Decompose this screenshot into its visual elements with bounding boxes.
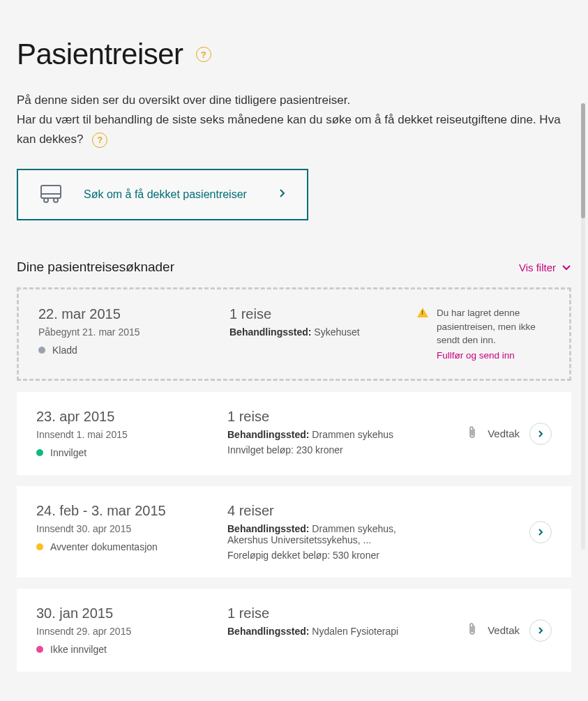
status-text: Avventer dokumentasjon <box>50 541 158 552</box>
apply-label: Søk om å få dekket pasientreiser <box>84 188 247 201</box>
expand-button[interactable] <box>529 521 552 543</box>
scrollbar-thumb[interactable] <box>581 103 585 218</box>
draft-message-text: Du har lagret denne pasientreisen, men i… <box>437 308 536 345</box>
svg-rect-0 <box>41 186 61 198</box>
filter-toggle[interactable]: Vis filter <box>519 262 571 273</box>
section-title: Dine pasientreisesøknader <box>17 259 174 275</box>
status-text: Ikke innvilget <box>50 644 107 655</box>
status-text: Innvilget <box>50 447 86 458</box>
card-location: Behandlingssted: Sykehuset <box>229 326 400 338</box>
expand-button[interactable] <box>529 619 552 642</box>
cards-list: 22. mar 2015 Påbegynt 21. mar 2015 Kladd… <box>17 287 571 672</box>
chevron-right-icon <box>279 188 286 201</box>
draft-message: Du har lagret denne pasientreisen, men i… <box>437 306 550 362</box>
location-value: Nydalen Fysioterapi <box>312 626 398 637</box>
card-status: Innvilget <box>36 447 211 458</box>
paperclip-icon <box>467 622 478 639</box>
card-location: Behandlingssted: Drammen sykehus, Akersh… <box>227 523 413 545</box>
card-date: 22. mar 2015 <box>38 306 213 322</box>
card-location: Behandlingssted: Drammen sykehus <box>227 429 413 440</box>
card-subdate: Påbegynt 21. mar 2015 <box>38 326 213 338</box>
location-value: Drammen sykehus <box>312 429 393 440</box>
scrollbar[interactable] <box>581 103 585 550</box>
card-subdate: Innsendt 30. apr 2015 <box>36 523 211 534</box>
card-amount: Innvilget beløp: 230 kroner <box>227 444 413 455</box>
status-text: Kladd <box>52 345 77 356</box>
complete-link[interactable]: Fullfør og send inn <box>437 349 550 363</box>
card-date: 23. apr 2015 <box>36 409 211 425</box>
location-label: Behandlingssted: <box>229 326 311 338</box>
page-title: Pasientreiser <box>17 38 183 71</box>
location-label: Behandlingssted: <box>227 429 309 440</box>
location-label: Behandlingssted: <box>227 523 309 534</box>
card-subdate: Innsendt 29. apr 2015 <box>36 626 211 637</box>
expand-button[interactable] <box>529 423 552 445</box>
card-date: 30. jan 2015 <box>36 605 211 621</box>
status-dot-icon <box>38 347 45 354</box>
status-dot-icon <box>36 646 43 653</box>
location-value: Sykehuset <box>314 326 359 338</box>
apply-button[interactable]: Søk om å få dekket pasientreiser <box>17 169 308 220</box>
card-trips: 1 reise <box>227 605 413 621</box>
attachment-label: Vedtak <box>488 624 520 636</box>
application-card[interactable]: 24. feb - 3. mar 2015 Innsendt 30. apr 2… <box>17 486 571 578</box>
card-trips: 4 reiser <box>227 503 413 519</box>
location-label: Behandlingssted: <box>227 626 309 637</box>
filter-label: Vis filter <box>519 262 556 273</box>
card-trips: 1 reise <box>227 409 413 425</box>
status-dot-icon <box>36 449 43 456</box>
intro-text: På denne siden ser du oversikt over dine… <box>17 91 571 149</box>
chevron-down-icon <box>561 262 571 273</box>
card-status: Kladd <box>38 345 213 356</box>
card-subdate: Innsendt 1. mai 2015 <box>36 429 211 440</box>
help-icon[interactable]: ? <box>92 133 107 148</box>
bus-icon <box>39 183 63 206</box>
application-card[interactable]: 23. apr 2015 Innsendt 1. mai 2015 Innvil… <box>17 392 571 475</box>
card-amount: Foreløpig dekket beløp: 530 kroner <box>227 550 413 561</box>
card-location: Behandlingssted: Nydalen Fysioterapi <box>227 626 413 637</box>
card-status: Ikke innvilget <box>36 644 211 655</box>
status-dot-icon <box>36 543 43 550</box>
warning-icon <box>417 308 428 317</box>
svg-point-2 <box>44 198 48 202</box>
svg-point-3 <box>54 198 58 202</box>
help-icon[interactable]: ? <box>196 47 211 62</box>
card-date: 24. feb - 3. mar 2015 <box>36 503 211 519</box>
application-card-draft[interactable]: 22. mar 2015 Påbegynt 21. mar 2015 Kladd… <box>17 287 571 381</box>
paperclip-icon <box>467 425 478 442</box>
intro-line1: På denne siden ser du oversikt over dine… <box>17 93 350 107</box>
application-card[interactable]: 30. jan 2015 Innsendt 29. apr 2015 Ikke … <box>17 589 571 672</box>
card-trips: 1 reise <box>229 306 400 322</box>
attachment-label: Vedtak <box>488 428 520 439</box>
card-status: Avventer dokumentasjon <box>36 541 211 552</box>
